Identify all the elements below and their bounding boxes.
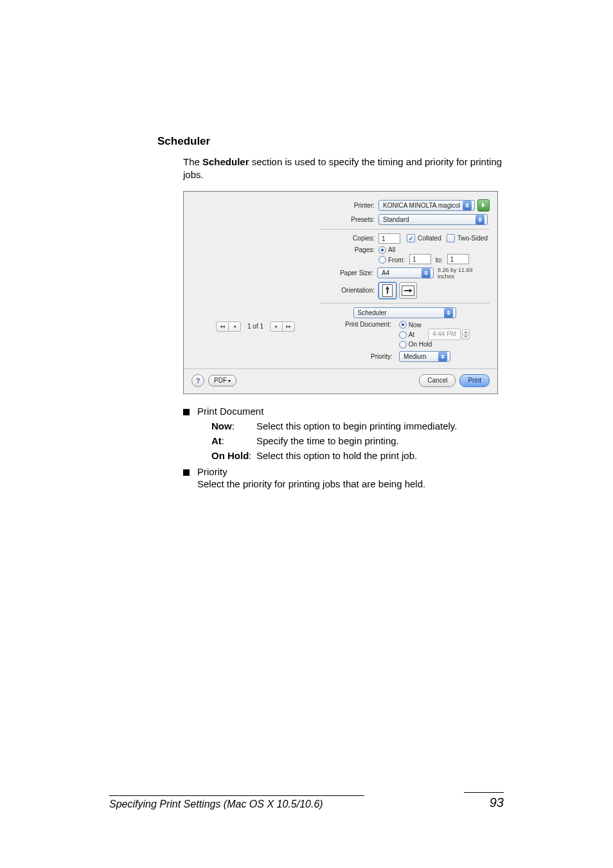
two-sided-checkbox[interactable]: Two-Sided (447, 234, 488, 242)
schedule-now-label: Now (409, 321, 422, 329)
page-nav-fwd-group[interactable]: ▸ ▸▸ (270, 321, 295, 332)
page-nav-back-group[interactable]: ◂◂ ◂ (216, 321, 241, 332)
divider (319, 303, 490, 303)
section-heading: Scheduler (157, 135, 504, 148)
collated-label: Collated (418, 235, 441, 242)
priority-desc: Select the priority for printing jobs th… (197, 478, 425, 489)
paper-size-label: Paper Size: (319, 269, 377, 276)
pages-all-label: All (388, 246, 395, 253)
pane-select-value: Scheduler (358, 309, 441, 316)
last-page-icon[interactable]: ▸▸ (283, 321, 295, 332)
bullet-priority: Priority (197, 466, 227, 477)
priority-select-value: Medium (404, 353, 436, 360)
chevron-updown-icon (444, 308, 453, 318)
footer-rule-right (464, 792, 504, 793)
paper-size-select[interactable]: A4 (377, 267, 434, 278)
orientation-landscape-button[interactable] (399, 282, 417, 299)
print-document-label: Print Document: (345, 321, 395, 328)
bullet-icon (183, 409, 190, 415)
prev-page-icon[interactable]: ◂ (229, 321, 241, 332)
radio-selected-icon (378, 246, 386, 254)
now-key: Now (211, 420, 232, 431)
schedule-at-radio[interactable]: At (399, 330, 414, 338)
print-button[interactable]: Print (459, 374, 490, 387)
chevron-updown-icon (463, 201, 472, 210)
printer-select[interactable]: KONICA MINOLTA magicolor 7... (378, 200, 475, 211)
on-hold-text: Select this option to hold the print job… (256, 449, 417, 462)
checkbox-unchecked-icon (447, 234, 455, 242)
orientation-label: Orientation: (319, 287, 378, 294)
at-text: Specify the time to begin printing. (256, 434, 399, 448)
pages-to-input[interactable]: 1 (447, 254, 469, 264)
next-page-icon[interactable]: ▸ (270, 321, 283, 332)
schedule-onhold-label: On Hold (409, 341, 432, 348)
pdf-menu-button[interactable]: PDF (208, 375, 236, 386)
divider (184, 368, 497, 369)
footer-page-number: 93 (490, 795, 504, 809)
checkbox-checked-icon (407, 234, 415, 242)
stepper-arrows-icon[interactable] (462, 329, 470, 339)
portrait-icon (382, 284, 393, 297)
intro-paragraph: The Scheduler section is used to specify… (183, 156, 504, 182)
at-key: At (211, 435, 222, 446)
pages-from-input[interactable]: 1 (409, 254, 431, 264)
orientation-portrait-button[interactable] (378, 282, 396, 299)
priority-label: Priority: (371, 353, 396, 360)
schedule-time-stepper[interactable]: 4:44 PM (428, 329, 470, 340)
help-button[interactable]: ? (191, 374, 204, 387)
on-hold-key: On Hold (211, 450, 249, 461)
printer-status-icon[interactable] (477, 199, 490, 212)
schedule-time-value[interactable]: 4:44 PM (428, 329, 461, 340)
radio-unselected-icon (378, 256, 386, 264)
bullet-print-document: Print Document (197, 406, 263, 417)
paper-size-note: 8.26 by 11.69 inches (438, 267, 490, 280)
footer-rule-left (109, 795, 364, 796)
schedule-now-radio[interactable]: Now (399, 321, 422, 328)
printer-select-value: KONICA MINOLTA magicolor 7... (383, 202, 460, 209)
presets-select-value: Standard (383, 216, 473, 223)
footer-title: Specifying Print Settings (Mac OS X 10.5… (109, 799, 323, 809)
chevron-updown-icon (475, 215, 484, 224)
pages-from-radio[interactable]: From: (378, 256, 405, 263)
bullet-icon (183, 469, 190, 476)
pane-select[interactable]: Scheduler (353, 307, 456, 318)
schedule-onhold-radio[interactable]: On Hold (399, 340, 432, 347)
first-page-icon[interactable]: ◂◂ (216, 321, 229, 332)
radio-unselected-icon (399, 331, 407, 339)
priority-select[interactable]: Medium (399, 351, 450, 362)
page-counter: 1 of 1 (247, 323, 263, 330)
radio-unselected-icon (399, 341, 407, 348)
now-text: Select this option to begin printing imm… (256, 419, 457, 433)
preview-pane: ◂◂ ◂ 1 of 1 ▸ ▸▸ (191, 197, 319, 332)
collated-checkbox[interactable]: Collated (407, 234, 441, 242)
intro-prefix: The (183, 156, 202, 167)
pages-label: Pages: (319, 246, 378, 253)
presets-select[interactable]: Standard (378, 214, 488, 225)
copies-label: Copies: (319, 235, 378, 242)
chevron-updown-icon (438, 352, 447, 361)
divider (319, 229, 490, 230)
radio-selected-icon (399, 321, 407, 329)
pdf-menu-label: PDF (214, 377, 231, 384)
two-sided-label: Two-Sided (458, 235, 488, 242)
schedule-at-label: At (409, 331, 414, 338)
cancel-button[interactable]: Cancel (419, 374, 456, 387)
chevron-updown-icon (422, 268, 431, 278)
printer-label: Printer: (319, 202, 378, 209)
presets-label: Presets: (319, 216, 378, 223)
page-footer: Specifying Print Settings (Mac OS X 10.5… (109, 792, 504, 810)
paper-size-value: A4 (382, 269, 419, 276)
landscape-icon (402, 285, 414, 296)
copies-input[interactable]: 1 (378, 233, 400, 244)
pages-from-label: From: (388, 257, 405, 264)
intro-bold: Scheduler (202, 156, 249, 167)
pages-to-label: to: (436, 257, 443, 264)
pages-all-radio[interactable]: All (378, 246, 395, 253)
print-dialog: ◂◂ ◂ 1 of 1 ▸ ▸▸ Printer: K (183, 191, 498, 394)
